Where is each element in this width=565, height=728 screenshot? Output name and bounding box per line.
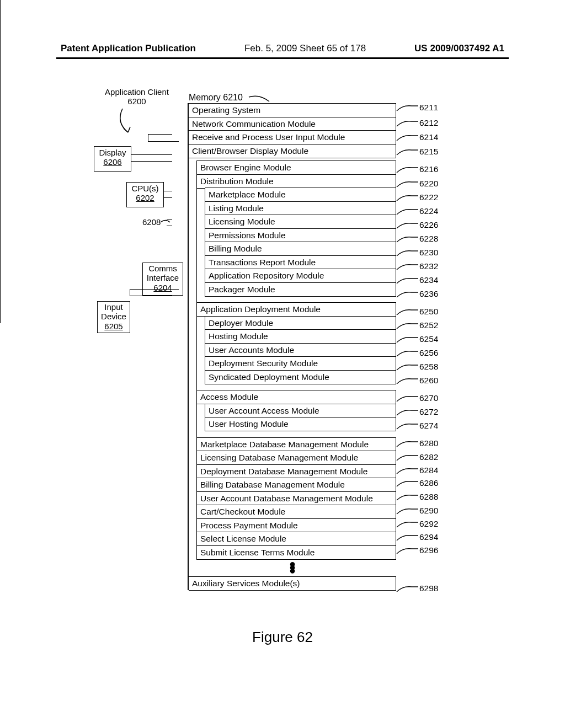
row-cart: Cart/Checkout Module xyxy=(197,505,396,519)
connector xyxy=(163,197,172,198)
ref-r6270: 6270 xyxy=(419,393,438,403)
row-netcomm: Network Communication Module xyxy=(189,117,396,131)
row-syndicated: Syndicated Deployment Module xyxy=(205,370,396,384)
connector xyxy=(163,191,172,191)
ref-r6220: 6220 xyxy=(419,179,438,189)
header-left: Patent Application Publication xyxy=(61,43,196,54)
row-app-repo: Application Repository Module xyxy=(205,269,396,283)
row-user-accounts: User Accounts Module xyxy=(205,343,396,357)
bus-line xyxy=(0,162,1,323)
row-transactions: Transactions Report Module xyxy=(205,255,396,270)
bus-line xyxy=(130,296,172,296)
ref-r6211: 6211 xyxy=(419,103,438,113)
row-packager: Packager Module xyxy=(205,282,396,297)
ref-r6284: 6284 xyxy=(419,465,438,475)
connector xyxy=(167,219,172,220)
ref-r6254: 6254 xyxy=(419,334,438,344)
memory-frame: Operating System Network Communication M… xyxy=(188,103,396,590)
bus-line xyxy=(130,289,130,296)
row-user-account-access: User Account Access Module xyxy=(205,404,396,418)
row-aux: Auxiliary Services Module(s) xyxy=(189,576,396,591)
ellipsis-icon: ●●● xyxy=(189,559,396,576)
input-l2: Device xyxy=(101,312,126,321)
app-client-label: Application Client 6200 xyxy=(101,87,173,106)
ref-r6234: 6234 xyxy=(419,275,438,285)
ref-r6212: 6212 xyxy=(419,118,438,128)
row-mkt-db: Marketplace Database Management Module xyxy=(197,437,396,452)
comms-l1: Comms xyxy=(148,264,177,273)
app-client-num: 6200 xyxy=(127,97,146,106)
cpu-box: CPU(s) 6202 xyxy=(126,182,164,207)
ref-r6286: 6286 xyxy=(419,478,438,488)
row-payment: Process Payment Module xyxy=(197,518,396,533)
row-app-deploy: Application Deployment Module xyxy=(197,302,396,317)
ref-r6216: 6216 xyxy=(419,164,438,174)
ref-r6214: 6214 xyxy=(419,132,438,142)
row-hosting: Hosting Module xyxy=(205,329,396,344)
row-select-license: Select License Module xyxy=(197,532,396,546)
comms-num: 6204 xyxy=(153,283,172,292)
row-billing: Billing Module xyxy=(205,242,396,256)
header-right: US 2009/0037492 A1 xyxy=(414,43,504,54)
row-os: Operating System xyxy=(189,103,396,117)
ref-r6292: 6292 xyxy=(419,519,438,529)
row-deployer: Deployer Module xyxy=(205,316,396,330)
connector xyxy=(167,226,172,226)
ref-r6222: 6222 xyxy=(419,192,438,202)
cpu-num: 6202 xyxy=(136,193,154,202)
ref-r6215: 6215 xyxy=(419,147,438,157)
input-num: 6205 xyxy=(104,322,122,331)
ref-r6252: 6252 xyxy=(419,320,438,330)
ref-r6256: 6256 xyxy=(419,348,438,358)
ref-r6236: 6236 xyxy=(419,289,438,299)
ref-r6280: 6280 xyxy=(419,438,438,448)
ref-r6258: 6258 xyxy=(419,362,438,372)
connector xyxy=(131,161,172,162)
cpu-label: CPU(s) xyxy=(131,184,158,193)
row-submit-license: Submit License Terms Module xyxy=(197,545,396,560)
ref-r6294: 6294 xyxy=(419,532,438,542)
ref-r6282: 6282 xyxy=(419,452,438,462)
bus-line xyxy=(130,289,179,290)
ref-r6260: 6260 xyxy=(419,376,438,386)
row-listing: Listing Module xyxy=(205,201,396,216)
ref-r6232: 6232 xyxy=(419,261,438,271)
bus-line xyxy=(148,134,172,135)
row-browser-engine: Browser Engine Module xyxy=(197,160,396,175)
ref-r6226: 6226 xyxy=(419,220,438,230)
figure-caption: Figure 62 xyxy=(0,629,565,646)
ref-r6228: 6228 xyxy=(419,234,438,244)
row-lic-db: Licensing Database Management Module xyxy=(197,451,396,465)
bus-line xyxy=(148,134,148,141)
ref-r6288: 6288 xyxy=(419,492,438,502)
row-permissions: Permissions Module xyxy=(205,228,396,243)
ref-r6250: 6250 xyxy=(419,307,438,317)
row-client-browser: Client/Browser Display Module xyxy=(189,144,396,158)
row-marketplace: Marketplace Module xyxy=(205,188,396,202)
row-user-db: User Account Database Management Module xyxy=(197,491,396,506)
input-box: Input Device 6205 xyxy=(97,301,130,333)
row-bill-db: Billing Database Management Module xyxy=(197,478,396,492)
bus-line xyxy=(0,0,1,162)
comms-l2: Interface xyxy=(147,273,179,282)
row-access: Access Module xyxy=(197,390,396,404)
ref-r6298: 6298 xyxy=(419,584,438,593)
arrow-icon xyxy=(111,106,145,139)
header-rule xyxy=(56,57,509,59)
display-label: Display xyxy=(99,148,126,157)
header-center: Feb. 5, 2009 Sheet 65 of 178 xyxy=(244,43,366,54)
row-userinput: Receive and Process User Input Module xyxy=(189,130,396,144)
bus-line xyxy=(148,141,179,142)
row-deploy-security: Deployment Security Module xyxy=(205,356,396,371)
connector xyxy=(131,154,172,155)
input-l1: Input xyxy=(104,302,122,312)
ref-r6274: 6274 xyxy=(419,421,438,431)
ref-r6290: 6290 xyxy=(419,506,438,516)
row-licensing: Licensing Module xyxy=(205,215,396,229)
ref-r6224: 6224 xyxy=(419,206,438,216)
app-client-text: Application Client xyxy=(105,87,169,97)
comms-box: Comms Interface 6204 xyxy=(142,263,183,296)
row-dep-db: Deployment Database Management Module xyxy=(197,464,396,479)
memory-label: Memory 6210 xyxy=(189,93,243,103)
display-num: 6206 xyxy=(103,157,121,167)
